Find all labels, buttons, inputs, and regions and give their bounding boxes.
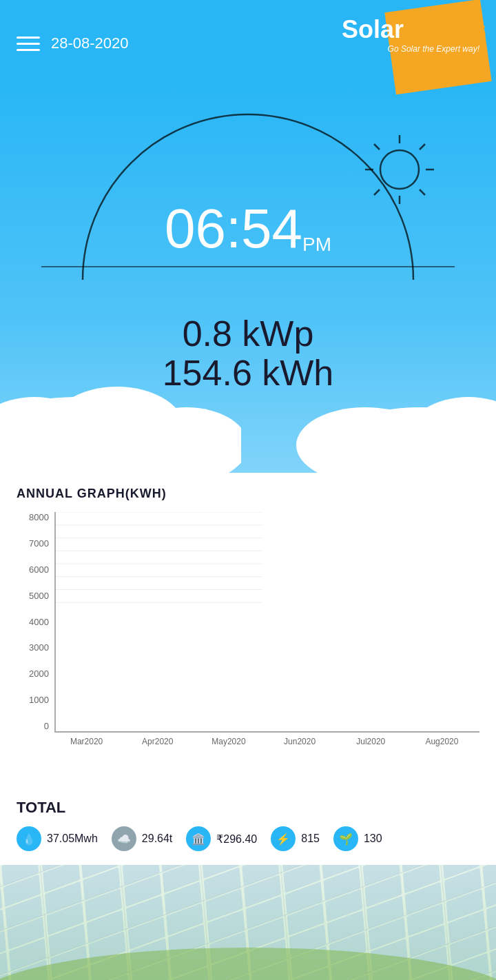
logo-tagline: Go Solar the Expert way! — [342, 44, 479, 54]
x-label-may2020: May2020 — [198, 737, 259, 746]
x-label-mar2020: Mar2020 — [56, 737, 117, 746]
y-label-4000: 4000 — [17, 617, 49, 627]
clouds-container — [0, 335, 496, 473]
stat-icon-4: 🌱 — [333, 826, 358, 851]
y-label-2000: 2000 — [17, 668, 49, 679]
svg-line-5 — [374, 144, 380, 150]
logo-badge: SolarSmiths Go Solar the Expert way! — [342, 12, 479, 74]
solar-panels-svg — [0, 865, 496, 980]
svg-line-6 — [420, 190, 425, 195]
logo-words: SolarSmiths Go Solar the Expert way! — [342, 12, 479, 54]
time-value: 06:54PM — [41, 197, 455, 261]
total-section: TOTAL 💧37.05Mwh☁️29.64t🏛️₹296.40⚡815🌱130 — [0, 788, 496, 865]
graph-title: ANNUAL GRAPH(KWH) — [17, 487, 479, 501]
header: 28-08-2020 SolarSmiths Go Solar the Expe… — [0, 0, 496, 87]
y-label-8000: 8000 — [17, 512, 49, 522]
y-label-1000: 1000 — [17, 695, 49, 705]
x-label-jun2020: Jun2020 — [269, 737, 331, 746]
cloud-right-svg — [296, 356, 496, 473]
x-label-aug2020: Aug2020 — [411, 737, 473, 746]
menu-line-1 — [17, 37, 40, 39]
stat-value-0: 37.05Mwh — [47, 833, 98, 845]
stat-item-1: ☁️29.64t — [112, 826, 172, 851]
header-date: 28-08-2020 — [51, 34, 129, 52]
stat-item-0: 💧37.05Mwh — [17, 826, 98, 851]
menu-line-2 — [17, 43, 40, 45]
stat-icon-0: 💧 — [17, 826, 41, 851]
stat-value-3: 815 — [301, 833, 320, 845]
stat-value-4: 130 — [364, 833, 382, 845]
chart-container: 0 1000 2000 3000 4000 5000 6000 7000 800… — [17, 512, 479, 774]
x-label-jul2020: Jul2020 — [340, 737, 402, 746]
stat-value-2: ₹296.40 — [216, 833, 257, 846]
logo-solar: SolarSmiths — [342, 28, 486, 40]
time-clock: 06:54 — [165, 198, 302, 259]
x-axis-labels: Mar2020Apr2020May2020Jun2020Jul2020Aug20… — [17, 737, 479, 746]
header-left: 28-08-2020 — [17, 34, 129, 52]
time-display: 06:54PM — [41, 197, 455, 267]
chart-wrapper: 0 1000 2000 3000 4000 5000 6000 7000 800… — [17, 512, 479, 733]
sky-section: 06:54PM 0.8 kWp 154.6 kWh — [0, 87, 496, 473]
solar-panels-background — [0, 865, 496, 980]
stat-icon-1: ☁️ — [112, 826, 136, 851]
y-label-0: 0 — [17, 721, 49, 731]
svg-line-7 — [420, 144, 425, 150]
total-title: TOTAL — [17, 799, 479, 817]
bars — [56, 512, 479, 731]
y-axis-labels: 0 1000 2000 3000 4000 5000 6000 7000 800… — [17, 512, 54, 733]
stat-value-1: 29.64t — [142, 833, 172, 845]
bars-area — [54, 512, 479, 733]
x-label-apr2020: Apr2020 — [127, 737, 188, 746]
stat-icon-3: ⚡ — [271, 826, 296, 851]
logo-smiths-text: Smiths — [404, 15, 486, 43]
svg-line-8 — [374, 190, 380, 195]
hamburger-menu[interactable] — [17, 37, 40, 51]
time-line — [41, 266, 455, 267]
stat-item-3: ⚡815 — [271, 826, 320, 851]
logo-solar-text: Solar — [342, 15, 404, 43]
svg-point-0 — [380, 150, 419, 189]
stat-item-4: 🌱130 — [333, 826, 382, 851]
stat-item-2: 🏛️₹296.40 — [186, 826, 257, 851]
y-label-6000: 6000 — [17, 564, 49, 575]
y-label-3000: 3000 — [17, 642, 49, 653]
time-ampm: PM — [302, 234, 331, 255]
content-section: ANNUAL GRAPH(KWH) 0 1000 2000 3000 4000 … — [0, 473, 496, 788]
menu-line-3 — [17, 49, 40, 51]
total-stats: 💧37.05Mwh☁️29.64t🏛️₹296.40⚡815🌱130 — [17, 826, 479, 851]
y-label-7000: 7000 — [17, 538, 49, 549]
cloud-left-svg — [0, 342, 241, 473]
stat-icon-2: 🏛️ — [186, 826, 211, 851]
y-label-5000: 5000 — [17, 591, 49, 601]
